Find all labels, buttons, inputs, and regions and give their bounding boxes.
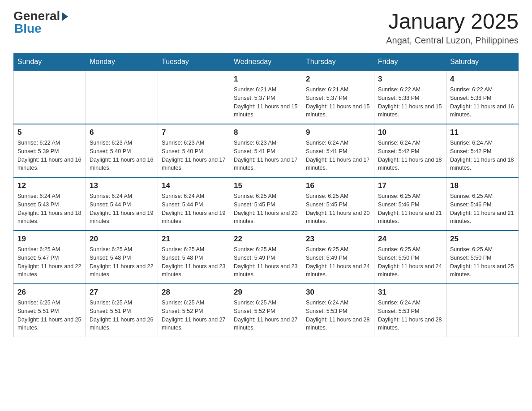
day-number: 21 bbox=[162, 235, 226, 244]
col-thursday: Thursday bbox=[302, 53, 374, 71]
day-number: 28 bbox=[162, 288, 226, 297]
calendar-day-cell: 6Sunrise: 6:23 AMSunset: 5:40 PMDaylight… bbox=[86, 124, 158, 177]
day-info: Sunrise: 6:25 AMSunset: 5:47 PMDaylight:… bbox=[17, 245, 82, 279]
col-saturday: Saturday bbox=[446, 53, 519, 71]
col-friday: Friday bbox=[374, 53, 446, 71]
day-number: 14 bbox=[162, 181, 226, 190]
day-number: 9 bbox=[306, 128, 370, 137]
calendar-day-cell: 17Sunrise: 6:25 AMSunset: 5:46 PMDayligh… bbox=[374, 177, 446, 231]
day-number: 20 bbox=[90, 235, 154, 244]
day-info: Sunrise: 6:23 AMSunset: 5:40 PMDaylight:… bbox=[162, 139, 226, 172]
calendar-day-cell: 30Sunrise: 6:24 AMSunset: 5:53 PMDayligh… bbox=[302, 284, 374, 337]
calendar-day-cell: 25Sunrise: 6:25 AMSunset: 5:50 PMDayligh… bbox=[446, 231, 519, 284]
calendar-day-cell: 31Sunrise: 6:24 AMSunset: 5:53 PMDayligh… bbox=[374, 284, 446, 337]
day-info: Sunrise: 6:24 AMSunset: 5:42 PMDaylight:… bbox=[378, 139, 442, 172]
day-info: Sunrise: 6:25 AMSunset: 5:45 PMDaylight:… bbox=[306, 192, 370, 226]
day-info: Sunrise: 6:25 AMSunset: 5:51 PMDaylight:… bbox=[90, 299, 154, 332]
day-number: 27 bbox=[90, 288, 154, 297]
day-number: 7 bbox=[162, 128, 226, 137]
day-info: Sunrise: 6:24 AMSunset: 5:43 PMDaylight:… bbox=[17, 192, 82, 226]
calendar-day-cell: 24Sunrise: 6:25 AMSunset: 5:50 PMDayligh… bbox=[374, 231, 446, 284]
calendar-day-cell: 10Sunrise: 6:24 AMSunset: 5:42 PMDayligh… bbox=[374, 124, 446, 177]
calendar-week-row: 12Sunrise: 6:24 AMSunset: 5:43 PMDayligh… bbox=[14, 177, 519, 231]
calendar-day-cell: 16Sunrise: 6:25 AMSunset: 5:45 PMDayligh… bbox=[302, 177, 374, 231]
calendar-table: Sunday Monday Tuesday Wednesday Thursday… bbox=[13, 53, 519, 337]
day-number: 24 bbox=[378, 235, 442, 244]
day-info: Sunrise: 6:25 AMSunset: 5:46 PMDaylight:… bbox=[378, 192, 442, 226]
day-number: 19 bbox=[17, 235, 82, 244]
day-info: Sunrise: 6:23 AMSunset: 5:41 PMDaylight:… bbox=[234, 139, 298, 172]
calendar-day-cell: 23Sunrise: 6:25 AMSunset: 5:49 PMDayligh… bbox=[302, 231, 374, 284]
day-info: Sunrise: 6:25 AMSunset: 5:49 PMDaylight:… bbox=[234, 245, 298, 279]
day-number: 18 bbox=[450, 181, 515, 190]
day-info: Sunrise: 6:24 AMSunset: 5:44 PMDaylight:… bbox=[90, 192, 154, 226]
day-info: Sunrise: 6:24 AMSunset: 5:41 PMDaylight:… bbox=[306, 139, 370, 172]
day-info: Sunrise: 6:24 AMSunset: 5:44 PMDaylight:… bbox=[162, 192, 226, 226]
day-info: Sunrise: 6:23 AMSunset: 5:40 PMDaylight:… bbox=[90, 139, 154, 172]
title-block: January 2025 Angat, Central Luzon, Phili… bbox=[386, 9, 519, 46]
calendar-day-cell: 2Sunrise: 6:21 AMSunset: 5:37 PMDaylight… bbox=[302, 71, 374, 124]
day-number: 31 bbox=[378, 288, 442, 297]
calendar-day-cell: 18Sunrise: 6:25 AMSunset: 5:46 PMDayligh… bbox=[446, 177, 519, 231]
calendar-day-cell: 27Sunrise: 6:25 AMSunset: 5:51 PMDayligh… bbox=[86, 284, 158, 337]
calendar-day-cell: 1Sunrise: 6:21 AMSunset: 5:37 PMDaylight… bbox=[230, 71, 302, 124]
month-title: January 2025 bbox=[386, 9, 519, 34]
calendar-day-cell: 12Sunrise: 6:24 AMSunset: 5:43 PMDayligh… bbox=[14, 177, 86, 231]
calendar-week-row: 5Sunrise: 6:22 AMSunset: 5:39 PMDaylight… bbox=[14, 124, 519, 177]
calendar-week-row: 1Sunrise: 6:21 AMSunset: 5:37 PMDaylight… bbox=[14, 71, 519, 124]
calendar-day-cell: 4Sunrise: 6:22 AMSunset: 5:38 PMDaylight… bbox=[446, 71, 519, 124]
col-sunday: Sunday bbox=[14, 53, 86, 71]
day-info: Sunrise: 6:24 AMSunset: 5:53 PMDaylight:… bbox=[306, 299, 370, 332]
calendar-day-cell bbox=[158, 71, 230, 124]
day-number: 2 bbox=[306, 75, 370, 84]
day-number: 3 bbox=[378, 75, 442, 84]
day-info: Sunrise: 6:25 AMSunset: 5:51 PMDaylight:… bbox=[17, 299, 82, 332]
calendar-day-cell bbox=[86, 71, 158, 124]
calendar-week-row: 26Sunrise: 6:25 AMSunset: 5:51 PMDayligh… bbox=[14, 284, 519, 337]
day-info: Sunrise: 6:25 AMSunset: 5:50 PMDaylight:… bbox=[450, 245, 515, 279]
day-info: Sunrise: 6:25 AMSunset: 5:49 PMDaylight:… bbox=[306, 245, 370, 279]
day-info: Sunrise: 6:25 AMSunset: 5:52 PMDaylight:… bbox=[162, 299, 226, 332]
day-info: Sunrise: 6:21 AMSunset: 5:37 PMDaylight:… bbox=[306, 86, 370, 119]
calendar-day-cell: 29Sunrise: 6:25 AMSunset: 5:52 PMDayligh… bbox=[230, 284, 302, 337]
calendar-day-cell: 19Sunrise: 6:25 AMSunset: 5:47 PMDayligh… bbox=[14, 231, 86, 284]
day-info: Sunrise: 6:25 AMSunset: 5:48 PMDaylight:… bbox=[162, 245, 226, 279]
calendar-day-cell: 15Sunrise: 6:25 AMSunset: 5:45 PMDayligh… bbox=[230, 177, 302, 231]
day-number: 1 bbox=[234, 75, 298, 84]
day-number: 12 bbox=[17, 181, 82, 190]
day-info: Sunrise: 6:25 AMSunset: 5:45 PMDaylight:… bbox=[234, 192, 298, 226]
day-info: Sunrise: 6:24 AMSunset: 5:42 PMDaylight:… bbox=[450, 139, 515, 172]
day-info: Sunrise: 6:22 AMSunset: 5:39 PMDaylight:… bbox=[17, 139, 82, 172]
day-info: Sunrise: 6:21 AMSunset: 5:37 PMDaylight:… bbox=[234, 86, 298, 119]
calendar-week-row: 19Sunrise: 6:25 AMSunset: 5:47 PMDayligh… bbox=[14, 231, 519, 284]
day-number: 4 bbox=[450, 75, 515, 84]
day-number: 16 bbox=[306, 181, 370, 190]
calendar-day-cell: 9Sunrise: 6:24 AMSunset: 5:41 PMDaylight… bbox=[302, 124, 374, 177]
calendar-day-cell: 5Sunrise: 6:22 AMSunset: 5:39 PMDaylight… bbox=[14, 124, 86, 177]
calendar-day-cell: 11Sunrise: 6:24 AMSunset: 5:42 PMDayligh… bbox=[446, 124, 519, 177]
location-text: Angat, Central Luzon, Philippines bbox=[386, 35, 519, 46]
day-info: Sunrise: 6:22 AMSunset: 5:38 PMDaylight:… bbox=[450, 86, 515, 119]
day-info: Sunrise: 6:25 AMSunset: 5:50 PMDaylight:… bbox=[378, 245, 442, 279]
day-number: 6 bbox=[90, 128, 154, 137]
day-number: 26 bbox=[17, 288, 82, 297]
calendar-day-cell: 14Sunrise: 6:24 AMSunset: 5:44 PMDayligh… bbox=[158, 177, 230, 231]
calendar-day-cell bbox=[446, 284, 519, 337]
day-info: Sunrise: 6:22 AMSunset: 5:38 PMDaylight:… bbox=[378, 86, 442, 119]
calendar-day-cell: 20Sunrise: 6:25 AMSunset: 5:48 PMDayligh… bbox=[86, 231, 158, 284]
day-number: 8 bbox=[234, 128, 298, 137]
day-number: 22 bbox=[234, 235, 298, 244]
day-number: 25 bbox=[450, 235, 515, 244]
col-monday: Monday bbox=[86, 53, 158, 71]
logo-arrow-icon bbox=[62, 12, 68, 21]
day-number: 15 bbox=[234, 181, 298, 190]
calendar-day-cell: 7Sunrise: 6:23 AMSunset: 5:40 PMDaylight… bbox=[158, 124, 230, 177]
day-info: Sunrise: 6:25 AMSunset: 5:52 PMDaylight:… bbox=[234, 299, 298, 332]
day-number: 17 bbox=[378, 181, 442, 190]
calendar-header-row: Sunday Monday Tuesday Wednesday Thursday… bbox=[14, 53, 519, 71]
day-info: Sunrise: 6:24 AMSunset: 5:53 PMDaylight:… bbox=[378, 299, 442, 332]
day-number: 23 bbox=[306, 235, 370, 244]
calendar-day-cell: 21Sunrise: 6:25 AMSunset: 5:48 PMDayligh… bbox=[158, 231, 230, 284]
logo-blue-text: Blue bbox=[13, 21, 42, 36]
calendar-day-cell: 22Sunrise: 6:25 AMSunset: 5:49 PMDayligh… bbox=[230, 231, 302, 284]
